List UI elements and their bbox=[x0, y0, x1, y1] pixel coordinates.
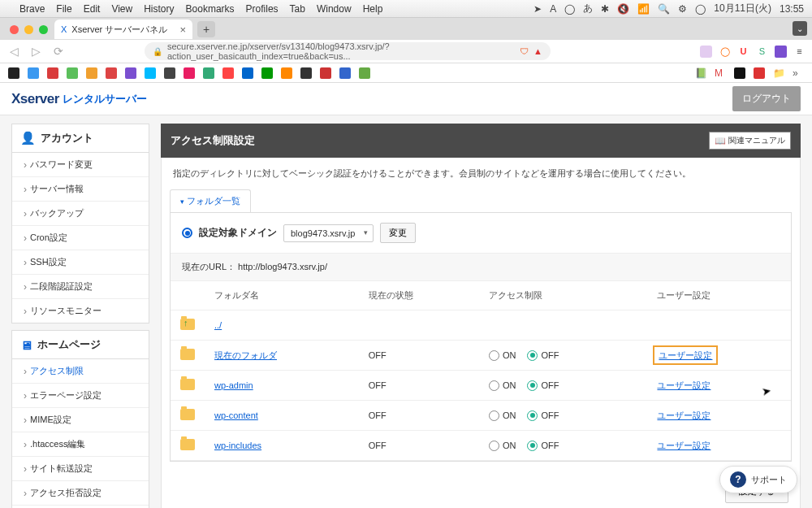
bookmark-icon[interactable]: 📗 bbox=[695, 67, 706, 79]
bookmark-icon[interactable] bbox=[261, 67, 273, 79]
sidebar-item[interactable]: MIME設定 bbox=[12, 407, 149, 432]
folder-link[interactable]: ../ bbox=[214, 320, 222, 330]
bookmark-icon[interactable] bbox=[734, 67, 745, 79]
radio-off[interactable] bbox=[527, 380, 538, 391]
brave-shields-icon[interactable]: 🛡 bbox=[520, 46, 529, 56]
sidebar-item[interactable]: Cron設定 bbox=[12, 225, 149, 250]
keyboard-icon[interactable]: A bbox=[550, 3, 556, 15]
bookmark-icon[interactable] bbox=[242, 67, 253, 79]
control-center-icon[interactable]: ⚙ bbox=[678, 3, 687, 15]
bookmark-icon[interactable] bbox=[164, 67, 175, 79]
ext-icon[interactable]: ◯ bbox=[719, 46, 731, 58]
new-tab-button[interactable]: + bbox=[197, 21, 215, 37]
sidebar-item[interactable]: エラーページ設定 bbox=[12, 383, 149, 407]
close-tab-button[interactable]: × bbox=[179, 24, 186, 36]
bookmark-icon[interactable] bbox=[300, 67, 312, 79]
fullscreen-window-button[interactable] bbox=[39, 25, 48, 34]
ext-icon[interactable]: S bbox=[756, 46, 768, 58]
radio-on[interactable] bbox=[489, 441, 499, 451]
bookmark-icon[interactable] bbox=[203, 67, 214, 79]
menubar-date[interactable]: 10月11日(火) bbox=[714, 2, 771, 15]
sidebar-item[interactable]: CGIツール bbox=[12, 505, 149, 508]
menu-bookmarks[interactable]: Bookmarks bbox=[186, 3, 235, 15]
bookmark-icon[interactable] bbox=[754, 67, 765, 79]
user-setting-link[interactable]: ユーザー設定 bbox=[657, 350, 714, 361]
menubar-time[interactable]: 13:55 bbox=[780, 3, 804, 15]
forward-button[interactable]: ▷ bbox=[28, 45, 44, 58]
bookmark-icon[interactable] bbox=[47, 67, 58, 79]
sidebar-item[interactable]: SSH設定 bbox=[12, 250, 149, 274]
menu-edit[interactable]: Edit bbox=[84, 3, 101, 15]
menu-profiles[interactable]: Profiles bbox=[246, 3, 279, 15]
sidebar-item[interactable]: アクセス拒否設定 bbox=[12, 480, 149, 505]
logout-button[interactable]: ログアウト bbox=[732, 86, 801, 111]
folder-link[interactable]: wp-content bbox=[214, 410, 258, 420]
bookmark-overflow[interactable]: » bbox=[793, 67, 804, 79]
radio-on[interactable] bbox=[489, 410, 499, 421]
radio-off[interactable] bbox=[527, 410, 538, 421]
sidebar-item[interactable]: リソースモニター bbox=[12, 298, 149, 323]
wifi-icon[interactable]: 📶 bbox=[637, 3, 650, 15]
menu-file[interactable]: File bbox=[56, 3, 71, 15]
change-button[interactable]: 変更 bbox=[380, 223, 416, 243]
volume-icon[interactable]: 🔇 bbox=[617, 3, 629, 15]
menu-window[interactable]: Window bbox=[317, 3, 352, 15]
status-icon[interactable]: ◯ bbox=[695, 3, 706, 15]
bookmark-icon[interactable]: M bbox=[715, 67, 726, 79]
user-setting-link[interactable]: ユーザー設定 bbox=[657, 380, 710, 390]
sidebar-item[interactable]: .htaccess編集 bbox=[12, 432, 149, 456]
bookmark-icon[interactable] bbox=[222, 67, 234, 79]
radio-on[interactable] bbox=[489, 350, 499, 361]
bookmark-icon[interactable] bbox=[145, 67, 156, 79]
user-setting-link[interactable]: ユーザー設定 bbox=[657, 410, 710, 420]
sidebar-item[interactable]: 二段階認証設定 bbox=[12, 274, 149, 298]
bookmark-icon[interactable] bbox=[67, 67, 78, 79]
folder-link[interactable]: 現在のフォルダ bbox=[214, 350, 277, 360]
bookmark-icon[interactable] bbox=[320, 67, 331, 79]
sidebar-item[interactable]: アクセス制限 bbox=[12, 359, 149, 383]
ext-icon[interactable] bbox=[700, 46, 712, 58]
bookmark-icon[interactable] bbox=[339, 67, 351, 79]
menu-history[interactable]: History bbox=[144, 3, 174, 15]
radio-off[interactable] bbox=[527, 441, 538, 451]
sidebar-item[interactable]: サイト転送設定 bbox=[12, 456, 149, 480]
brave-rewards-icon[interactable]: ▲ bbox=[533, 46, 542, 56]
bookmark-icon[interactable] bbox=[281, 67, 292, 79]
bookmark-icon[interactable] bbox=[8, 67, 19, 79]
bookmark-icon[interactable]: 📁 bbox=[773, 67, 784, 79]
support-button[interactable]: ? サポート bbox=[719, 466, 797, 493]
minimize-window-button[interactable] bbox=[24, 25, 33, 34]
bookmark-icon[interactable] bbox=[28, 67, 39, 79]
radio-off[interactable] bbox=[527, 350, 538, 361]
input-icon[interactable]: あ bbox=[583, 2, 593, 15]
bookmark-icon[interactable] bbox=[359, 67, 370, 79]
menu-tab[interactable]: Tab bbox=[290, 3, 305, 15]
location-icon[interactable]: ➤ bbox=[533, 3, 542, 15]
sidebar-item[interactable]: パスワード変更 bbox=[12, 153, 149, 176]
reload-button[interactable]: ⟳ bbox=[50, 45, 67, 58]
bookmark-icon[interactable] bbox=[125, 67, 136, 79]
app-name[interactable]: Brave bbox=[19, 3, 45, 15]
ext-icon[interactable]: U bbox=[737, 46, 749, 58]
sidebar-item[interactable]: バックアップ bbox=[12, 201, 149, 225]
url-field[interactable]: 🔒 secure.xserver.ne.jp/xserver/sv13140/b… bbox=[145, 42, 551, 60]
sidebar-item[interactable]: サーバー情報 bbox=[12, 176, 149, 201]
manual-link[interactable]: 関連マニュアル bbox=[709, 132, 791, 150]
radio-on[interactable] bbox=[489, 380, 499, 391]
folder-link[interactable]: wp-admin bbox=[214, 380, 253, 390]
tab-folder-list[interactable]: フォルダ一覧 bbox=[170, 189, 251, 212]
browser-tab[interactable]: X Xserver サーバーパネル × bbox=[54, 20, 192, 39]
search-icon[interactable]: 🔍 bbox=[658, 3, 670, 15]
close-window-button[interactable] bbox=[10, 25, 19, 34]
user-setting-link[interactable]: ユーザー設定 bbox=[657, 441, 710, 450]
menu-view[interactable]: View bbox=[111, 3, 132, 15]
line-icon[interactable]: ◯ bbox=[564, 3, 575, 15]
folder-link[interactable]: wp-includes bbox=[214, 441, 261, 450]
menu-help[interactable]: Help bbox=[363, 3, 383, 15]
bookmark-icon[interactable] bbox=[184, 67, 195, 79]
bluetooth-icon[interactable]: ✱ bbox=[601, 3, 609, 15]
ext-icon[interactable] bbox=[775, 46, 787, 58]
domain-radio[interactable] bbox=[182, 228, 192, 238]
tab-overflow-button[interactable]: ⌄ bbox=[793, 21, 807, 36]
menu-icon[interactable]: ≡ bbox=[793, 46, 806, 58]
